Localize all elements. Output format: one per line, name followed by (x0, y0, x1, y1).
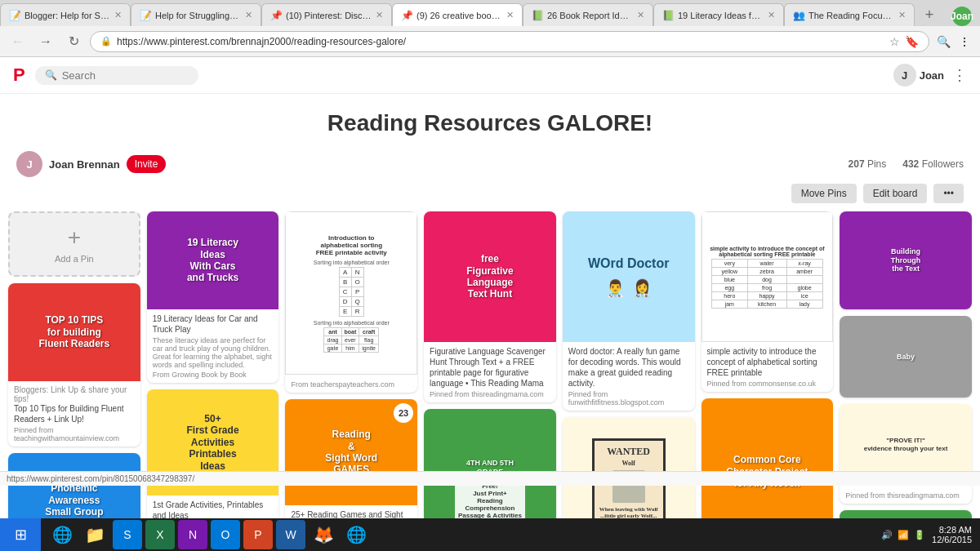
pin-image: Baby (840, 316, 972, 398)
pin-card[interactable]: WANTED Wolf When leaving with Wolf ...li… (563, 417, 695, 518)
pin-image: Common CoreCharacter Projectfor Any Nove… (702, 398, 834, 518)
pin-card[interactable]: 50+First GradeActivitiesPrintablesIdeas … (147, 389, 279, 518)
more-options-button[interactable]: ⋮ (952, 66, 967, 84)
pin-card[interactable]: simple activity to introduce the concept… (702, 211, 834, 392)
url-text: https://www.pinterest.com/brennajn2000/r… (117, 36, 884, 47)
url-bar[interactable]: 🔒 https://www.pinterest.com/brennajn2000… (90, 31, 929, 52)
tab-favicon-blogger: 📝 (9, 10, 20, 21)
pin-info: simple activity to introduce the concept… (702, 342, 834, 392)
pin-info: Bloggers: Link Up & share your tips! Top… (8, 381, 140, 447)
search-icon: 🔍 (45, 69, 57, 81)
taskbar-skype-icon[interactable]: S (113, 520, 142, 549)
pin-info: 1st Grade Activities, Printables and Ide… (147, 495, 279, 518)
taskbar-folder-icon[interactable]: 📁 (80, 520, 109, 549)
user-profile-button[interactable]: Joan (952, 7, 972, 26)
ext-settings[interactable]: ⋮ (956, 33, 973, 51)
date-display: 12/6/2015 (932, 535, 972, 544)
pin-card[interactable]: "PROVE IT!"evidence through your text Pi… (840, 404, 972, 504)
start-button[interactable]: ⊞ (0, 518, 41, 551)
user-menu-button[interactable]: J Joan (893, 64, 944, 87)
tab-pinterest-active[interactable]: 📌 (9) 26 creative book ... ✕ (392, 3, 523, 26)
pin-info: 19 Literacy Ideas for Car and Truck Play… (147, 309, 279, 383)
tab-bar: 📝 Blogger: Help for Str... ✕ 📝 Help for … (0, 0, 980, 26)
pinterest-logo[interactable]: P (13, 64, 25, 86)
pin-image: simple activity to introduce the concept… (702, 211, 834, 342)
pin-card[interactable]: 4TH AND 5THGRADE Free!Just Print+Reading… (424, 409, 556, 518)
volume-icon: 🔊 (881, 530, 893, 540)
pinterest-header: P 🔍 J Joan ⋮ (0, 57, 980, 94)
pin-info: Pinned from thisreadingmama.com (840, 486, 972, 504)
user-name-label: Joan (920, 69, 944, 82)
tab-help[interactable]: 📝 Help for Struggling R... ✕ (131, 3, 261, 26)
add-pin-icon: + (68, 224, 81, 251)
pin-card[interactable]: 26 creativeBOOK REPORTIdeas (840, 510, 972, 518)
tab-close-blogger[interactable]: ✕ (114, 10, 122, 20)
pin-image: Reading&Sight WordGAMES 23 (285, 399, 417, 505)
pin-card[interactable]: Baby (840, 316, 972, 398)
board-header: Reading Resources GALORE! (0, 94, 980, 144)
pin-image: Introduction toalphabetical sortingFREE … (285, 211, 417, 375)
taskbar-chrome-icon[interactable]: 🌐 (341, 520, 371, 549)
board-title: Reading Resources GALORE! (13, 110, 967, 136)
pin-image: BuildingThroughthe Text (840, 211, 972, 309)
owner-name: Joan Brennan (49, 158, 120, 171)
taskbar-onenote-icon[interactable]: N (178, 520, 207, 549)
edit-board-button[interactable]: Edit board (863, 184, 928, 203)
pin-image: WANTED Wolf When leaving with Wolf ...li… (563, 417, 695, 518)
taskbar-outlook-icon[interactable]: O (211, 520, 240, 549)
header-right: J Joan ⋮ (893, 64, 967, 87)
status-url: https://www.pinterest.com/pin/8015006834… (7, 474, 194, 483)
pin-card[interactable]: freeFigurativeLanguageText Hunt Figurati… (424, 211, 556, 402)
search-bar[interactable]: 🔍 (35, 66, 198, 85)
pin-card[interactable]: PhonemicAwarenessSmall GroupActivities F… (8, 453, 140, 518)
pin-image-word-doctor: WOrd Doctor 👨‍⚕️👩‍⚕️ (563, 211, 695, 342)
tab-blogger[interactable]: 📝 Blogger: Help for Str... ✕ (0, 3, 131, 26)
pin-card[interactable]: BuildingThroughthe Text (840, 211, 972, 309)
refresh-button[interactable]: ↻ (62, 30, 85, 53)
browser-window: 📝 Blogger: Help for Str... ✕ 📝 Help for … (0, 0, 980, 518)
bookmark-star-icon[interactable]: ☆ (889, 35, 900, 48)
tab-literacy[interactable]: 📗 19 Literacy Ideas for ... ✕ (653, 3, 784, 26)
tab-pinterest1[interactable]: 📌 (10) Pinterest: Disco... ✕ (261, 3, 392, 26)
taskbar-powerpoint-icon[interactable]: P (243, 520, 273, 549)
pin-card-word-doctor[interactable]: WOrd Doctor 👨‍⚕️👩‍⚕️ Word doctor: A real… (563, 211, 695, 411)
bookmark-icon[interactable]: 🔖 (905, 35, 919, 48)
followers-count: 432 Followers (902, 158, 964, 170)
pin-info-word-doctor: Word doctor: A really fun game for decod… (563, 342, 695, 411)
add-pin-card[interactable]: + Add a Pin (8, 211, 140, 277)
pin-info: From teacherspayteachers.com (285, 375, 417, 393)
pin-card[interactable]: Reading&Sight WordGAMES 23 25+ Reading G… (285, 399, 417, 518)
status-bar: https://www.pinterest.com/pin/8015006834… (0, 471, 980, 486)
tab-book-report[interactable]: 📗 26 Book Report Ideas ✕ (523, 3, 653, 26)
ext-search[interactable]: 🔍 (934, 33, 952, 51)
move-pins-button[interactable]: Move Pins (791, 184, 857, 203)
taskbar-word-icon[interactable]: W (276, 520, 305, 549)
taskbar-firefox-icon[interactable]: 🦊 (309, 520, 338, 549)
system-tray: 🔊 📶 🔋 (881, 530, 925, 540)
pin-card[interactable]: Common CoreCharacter Projectfor Any Nove… (702, 398, 834, 518)
pin-card[interactable]: TOP 10 TIPSfor buildingFluent Readers Bl… (8, 283, 140, 447)
clock: 8:28 AM 12/6/2015 (932, 525, 972, 544)
invite-button[interactable]: Invite (127, 155, 167, 173)
forward-button[interactable]: → (34, 30, 57, 53)
network-icon: 📶 (898, 530, 909, 540)
board-actions: Move Pins Edit board ••• (0, 184, 980, 211)
pin-info: 25+ Reading Games and Sight Word Activit… (285, 505, 417, 518)
pin-image: TOP 10 TIPSfor buildingFluent Readers (8, 283, 140, 381)
search-input[interactable] (62, 69, 185, 82)
back-button[interactable]: ← (7, 30, 29, 53)
pin-card[interactable]: Introduction toalphabetical sortingFREE … (285, 211, 417, 393)
pin-card[interactable]: 19 LiteracyIdeasWith Carsand Trucks 19 L… (147, 211, 279, 383)
taskbar-ie-icon[interactable]: 🌐 (47, 520, 77, 549)
tab-reading-focus[interactable]: 👥 The Reading Focus C... ✕ (784, 3, 915, 26)
board-owner-row: J Joan Brennan Invite 207 Pins 432 Follo… (0, 144, 980, 184)
taskbar: ⊞ 🌐 📁 S X N O P W 🦊 🌐 🔊 📶 🔋 8:28 AM 12/6… (0, 518, 980, 551)
taskbar-excel-icon[interactable]: X (145, 520, 175, 549)
pin-image: freeFigurativeLanguageText Hunt (424, 211, 556, 342)
taskbar-right: 🔊 📶 🔋 8:28 AM 12/6/2015 (881, 525, 980, 544)
page-content: P 🔍 J Joan ⋮ Reading Resources GALORE! J… (0, 57, 980, 518)
more-board-options-button[interactable]: ••• (933, 184, 964, 203)
pin-image: PhonemicAwarenessSmall GroupActivities (8, 453, 140, 518)
new-tab-button[interactable]: + (918, 3, 941, 26)
extensions-bar: 🔍 ⋮ (934, 33, 973, 51)
